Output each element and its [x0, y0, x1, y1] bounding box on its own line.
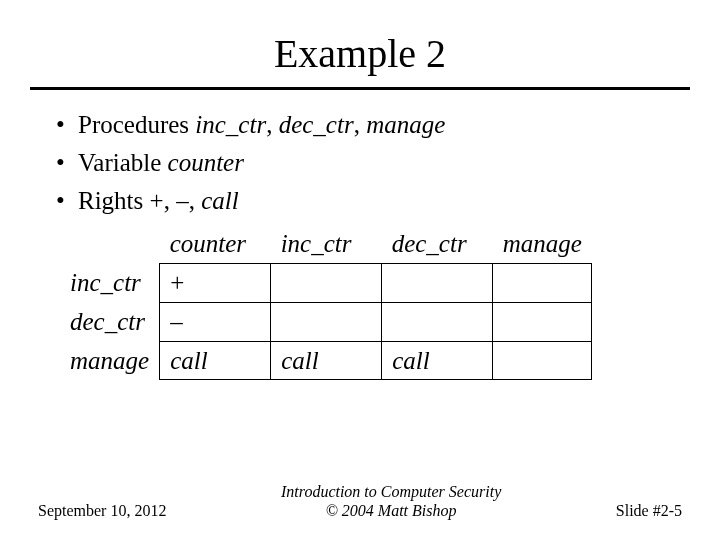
table-cell: [382, 302, 493, 341]
footer-center: Introduction to Computer Security © 2004…: [281, 482, 501, 520]
table-cell: [382, 264, 493, 303]
table-cell: [271, 302, 382, 341]
table-cell: [493, 341, 592, 380]
table-cell: call: [382, 341, 493, 380]
bullet-item-rights: Rights +, –, call: [50, 184, 670, 218]
row-header: dec_ctr: [60, 302, 160, 341]
footer-date: September 10, 2012: [38, 502, 166, 520]
table-cell: –: [160, 302, 271, 341]
content-area: Procedures inc_ctr, dec_ctr, manage Vari…: [50, 108, 670, 380]
table-cell: call: [271, 341, 382, 380]
table-header-row: counter inc_ctr dec_ctr manage: [60, 225, 592, 263]
table-cell: call: [160, 341, 271, 380]
bullet-item-procedures: Procedures inc_ctr, dec_ctr, manage: [50, 108, 670, 142]
footer-slide-number: Slide #2-5: [616, 502, 682, 520]
bullet-item-variable: Variable counter: [50, 146, 670, 180]
title-rule: [30, 87, 690, 90]
slide: Example 2 Procedures inc_ctr, dec_ctr, m…: [0, 0, 720, 540]
table-row: inc_ctr +: [60, 264, 592, 303]
italic-text: inc_ctr: [195, 111, 266, 138]
table-cell: +: [160, 264, 271, 303]
slide-title: Example 2: [0, 0, 720, 87]
italic-text: counter: [168, 149, 244, 176]
italic-text: manage: [366, 111, 445, 138]
footer-copyright-line: © 2004 Matt Bishop: [281, 501, 501, 520]
italic-text: call: [201, 187, 239, 214]
table-row: dec_ctr –: [60, 302, 592, 341]
corner-blank: [60, 225, 160, 263]
access-matrix-table: counter inc_ctr dec_ctr manage inc_ctr +…: [60, 225, 592, 380]
row-header: inc_ctr: [60, 264, 160, 303]
table-cell: [493, 264, 592, 303]
text: ,: [354, 111, 367, 138]
table-row: manage call call call: [60, 341, 592, 380]
text: Rights +, –,: [78, 187, 201, 214]
table-cell: [271, 264, 382, 303]
footer: September 10, 2012 Introduction to Compu…: [0, 482, 720, 520]
bullet-list: Procedures inc_ctr, dec_ctr, manage Vari…: [50, 108, 670, 217]
col-header: manage: [493, 225, 592, 263]
row-header: manage: [60, 341, 160, 380]
footer-title-line: Introduction to Computer Security: [281, 482, 501, 501]
text: ,: [266, 111, 279, 138]
italic-text: dec_ctr: [279, 111, 354, 138]
col-header: counter: [160, 225, 271, 263]
text: Variable: [78, 149, 168, 176]
col-header: inc_ctr: [271, 225, 382, 263]
text: Procedures: [78, 111, 195, 138]
col-header: dec_ctr: [382, 225, 493, 263]
table-cell: [493, 302, 592, 341]
